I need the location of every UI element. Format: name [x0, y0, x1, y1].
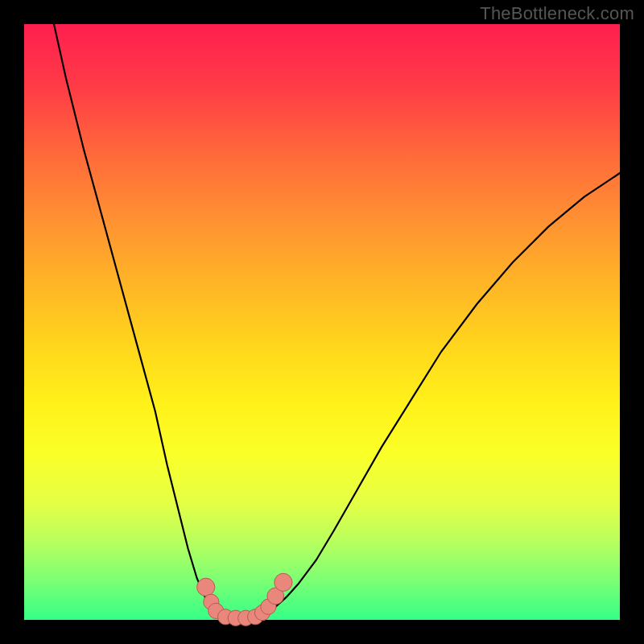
curve-left-curve — [54, 24, 233, 620]
plot-area — [24, 24, 620, 620]
data-marker — [197, 578, 215, 596]
marker-group — [197, 573, 292, 625]
curve-right-curve — [250, 173, 620, 620]
chart-svg — [24, 24, 620, 620]
curve-group — [54, 24, 620, 620]
outer-frame: TheBottleneck.com — [0, 0, 644, 644]
data-marker — [275, 573, 292, 591]
watermark-text: TheBottleneck.com — [480, 3, 634, 24]
